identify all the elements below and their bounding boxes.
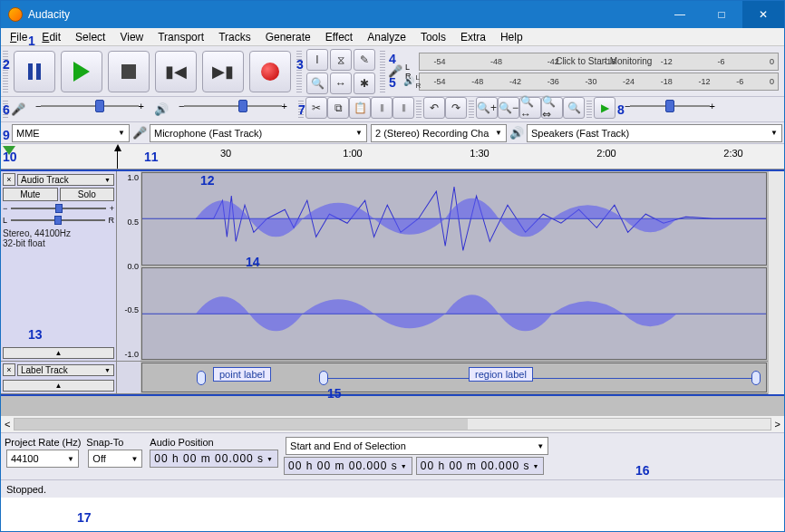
meter-tick: -42 bbox=[509, 77, 521, 86]
timeshift-tool[interactable]: ↔ bbox=[330, 73, 352, 94]
selection-start-field[interactable]: 00 h 00 m 00.000 s▼ bbox=[284, 457, 412, 475]
vertical-scrollbar[interactable] bbox=[768, 171, 784, 394]
pause-button[interactable] bbox=[14, 51, 55, 92]
menu-effect[interactable]: Effect bbox=[318, 31, 360, 44]
draw-tool[interactable]: ✎ bbox=[354, 49, 375, 71]
menu-select[interactable]: Select bbox=[68, 31, 112, 44]
menu-file[interactable]: File bbox=[3, 31, 34, 44]
horizontal-scrollbar[interactable]: <> bbox=[1, 416, 784, 432]
timeline-tick: 1:30 bbox=[470, 148, 489, 159]
audio-position-label: Audio Position bbox=[150, 437, 278, 448]
menu-transport[interactable]: Transport bbox=[150, 31, 211, 44]
zoom-toggle-button[interactable]: 🔍 bbox=[563, 97, 585, 119]
track-control-panel[interactable]: × Audio Track▼ Mute Solo −+ LR Stereo, 4… bbox=[1, 171, 117, 361]
waveform-display[interactable] bbox=[141, 171, 768, 361]
menu-edit[interactable]: Edit bbox=[34, 31, 68, 44]
track-collapse-button[interactable]: ▲ bbox=[3, 380, 114, 392]
toolbar-grip[interactable] bbox=[296, 50, 302, 92]
stop-button[interactable] bbox=[108, 51, 150, 92]
snap-to-combo[interactable]: Off▼ bbox=[88, 450, 142, 468]
toolbar-grip[interactable] bbox=[3, 101, 8, 118]
meter-tick: -48 bbox=[471, 77, 483, 86]
envelope-tool[interactable]: ⧖ bbox=[330, 49, 352, 71]
silence-button[interactable]: ⦀ bbox=[392, 97, 414, 119]
menu-extra[interactable]: Extra bbox=[453, 31, 493, 44]
audio-host-combo[interactable]: MME▼ bbox=[12, 124, 130, 142]
record-button[interactable] bbox=[249, 51, 291, 92]
project-rate-combo[interactable]: 44100▼ bbox=[6, 450, 79, 468]
transport-toolbar: ▮◀ ▶▮ I ⧖ ✎ 🔍 ↔ ✱ 🎤 LR -54 -48 -42 Click… bbox=[1, 46, 784, 97]
snap-to-label: Snap-To bbox=[86, 437, 144, 448]
toolbar-grip[interactable] bbox=[469, 101, 474, 118]
menu-analyze[interactable]: Analyze bbox=[360, 31, 413, 44]
playback-device-combo[interactable]: Speakers (Fast Track)▼ bbox=[527, 124, 782, 142]
copy-button[interactable]: ⧉ bbox=[327, 97, 349, 119]
label-handle[interactable] bbox=[197, 371, 206, 385]
zoom-out-button[interactable]: 🔍− bbox=[498, 97, 519, 119]
skip-end-button[interactable]: ▶▮ bbox=[202, 51, 244, 92]
timeline-ruler[interactable]: 30 1:00 1:30 2:00 2:30 bbox=[1, 144, 784, 169]
maximize-button[interactable]: □ bbox=[701, 1, 742, 28]
fit-project-button[interactable]: 🔍⇔ bbox=[541, 97, 563, 119]
toolbar-grip[interactable] bbox=[416, 101, 422, 118]
selection-tool[interactable]: I bbox=[306, 49, 328, 71]
recording-meter[interactable]: -54 -48 -42 Click to Start Monitoring -1… bbox=[413, 46, 785, 96]
selection-toolbar: Project Rate (Hz) 44100▼ Snap-To Off▼ Au… bbox=[1, 432, 784, 479]
menu-help[interactable]: Help bbox=[493, 31, 530, 44]
toolbar-grip[interactable] bbox=[3, 50, 8, 92]
menu-tools[interactable]: Tools bbox=[413, 31, 453, 44]
timeline-tick: 30 bbox=[220, 148, 231, 159]
speaker-icon: 🔊 bbox=[509, 126, 525, 140]
paste-button[interactable]: 📋 bbox=[349, 97, 371, 119]
selection-end-field[interactable]: 00 h 00 m 00.000 s▼ bbox=[416, 457, 545, 475]
rec-meter-mic-icon[interactable]: 🎤 bbox=[387, 46, 403, 96]
meter-message: Click to Start Monitoring bbox=[556, 56, 652, 66]
redo-button[interactable]: ↷ bbox=[445, 97, 467, 119]
audio-position-field[interactable]: 00 h 00 m 00.000 s▼ bbox=[150, 450, 278, 468]
label-track-body[interactable]: point label region label bbox=[141, 363, 767, 392]
zoom-tool[interactable]: 🔍 bbox=[306, 73, 328, 94]
meter-tick: -6 bbox=[736, 77, 743, 86]
track-close-button[interactable]: × bbox=[3, 363, 15, 376]
cut-button[interactable]: ✂ bbox=[305, 97, 327, 119]
undo-button[interactable]: ↶ bbox=[423, 97, 445, 119]
window-title: Audacity bbox=[28, 8, 70, 21]
toolbar-grip[interactable] bbox=[380, 50, 385, 92]
track-collapse-button[interactable]: ▲ bbox=[3, 347, 114, 359]
play-button[interactable] bbox=[61, 51, 102, 92]
point-label[interactable]: point label bbox=[213, 367, 271, 382]
trim-button[interactable]: ⦀ bbox=[371, 97, 392, 119]
selection-mode-combo[interactable]: Start and End of Selection▼ bbox=[286, 437, 548, 455]
close-button[interactable]: ✕ bbox=[742, 1, 784, 28]
play-speed-slider[interactable]: −+ bbox=[615, 97, 724, 115]
recording-channels-combo[interactable]: 2 (Stereo) Recording Cha▼ bbox=[371, 124, 507, 142]
solo-button[interactable]: Solo bbox=[60, 188, 115, 201]
playback-volume-slider[interactable]: −+ bbox=[170, 97, 296, 115]
timeline-play-head[interactable] bbox=[1, 144, 17, 169]
menu-view[interactable]: View bbox=[112, 31, 150, 44]
vertical-scale[interactable]: 1.00.50.0-0.5-1.0 bbox=[117, 171, 141, 361]
fit-selection-button[interactable]: 🔍↔ bbox=[519, 97, 541, 119]
label-handle[interactable] bbox=[319, 371, 328, 385]
mute-button[interactable]: Mute bbox=[3, 188, 58, 201]
skip-start-button[interactable]: ▮◀ bbox=[155, 51, 197, 92]
play-at-speed-button[interactable]: ▶ bbox=[594, 97, 615, 119]
meter-tick: -12 bbox=[661, 57, 673, 66]
timeline-tick: 1:00 bbox=[343, 148, 362, 159]
minimize-button[interactable]: ― bbox=[659, 1, 701, 28]
region-label[interactable]: region label bbox=[469, 367, 533, 382]
track-close-button[interactable]: × bbox=[3, 173, 15, 186]
track-name-dropdown[interactable]: Label Track▼ bbox=[17, 364, 114, 376]
menu-generate[interactable]: Generate bbox=[258, 31, 318, 44]
toolbar-grip[interactable] bbox=[298, 101, 304, 118]
label-handle[interactable] bbox=[751, 371, 761, 385]
recording-device-combo[interactable]: Microphone (Fast Track)▼ bbox=[150, 124, 367, 142]
menu-tracks[interactable]: Tracks bbox=[211, 31, 258, 44]
track-name-dropdown[interactable]: Audio Track▼ bbox=[17, 174, 114, 186]
multi-tool[interactable]: ✱ bbox=[354, 73, 375, 94]
speaker-icon[interactable]: 🔊 bbox=[403, 73, 414, 90]
track-format-info: Stereo, 44100Hz32-bit float bbox=[3, 228, 114, 248]
zoom-in-button[interactable]: 🔍+ bbox=[476, 97, 498, 119]
toolbar-grip[interactable] bbox=[586, 101, 592, 118]
recording-volume-slider[interactable]: −+ bbox=[26, 97, 153, 115]
